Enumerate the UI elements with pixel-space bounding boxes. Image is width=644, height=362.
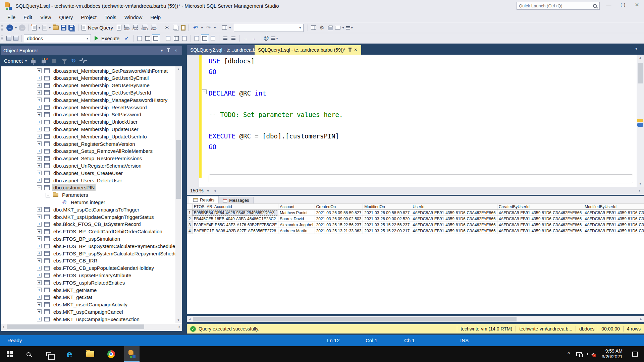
tree-item[interactable]: +dbo.MKT_uspUpdateCampaignTriggerStatus	[1, 213, 175, 221]
expand-icon[interactable]: +	[37, 251, 42, 256]
connect-icon[interactable]	[31, 60, 36, 63]
code-line[interactable]: GO	[209, 66, 216, 77]
menu-edit[interactable]: Edit	[19, 13, 36, 21]
expand-icon[interactable]: +	[37, 302, 42, 307]
new-query-button[interactable]: New Query	[80, 24, 116, 32]
oe-horizontal-scrollbar[interactable]: ◄ ►	[1, 324, 182, 330]
tree-item[interactable]: −Parameters	[1, 191, 175, 199]
tree-item[interactable]: +dbo.aspnet_Membership_UpdateUser	[1, 125, 175, 133]
tree-item[interactable]: +dbo.aspnet_Membership_GetPasswordWithFo…	[1, 67, 175, 74]
expand-icon[interactable]: +	[37, 76, 42, 80]
grid-column-header[interactable]: Account	[278, 204, 315, 210]
toolbar-overflow-button[interactable]: ▾	[345, 25, 355, 31]
grid-cell[interactable]: 4AFDC8A9-EB91-4359-81D6-C3A462FAE866	[583, 222, 644, 228]
expand-icon[interactable]: +	[37, 236, 42, 241]
menu-file[interactable]: File	[3, 13, 19, 21]
code-line[interactable]: USE [dbdocs]	[209, 56, 255, 66]
close-button[interactable]: ×	[630, 0, 644, 10]
decrease-indent-button[interactable]: ←	[242, 34, 250, 42]
pin-icon[interactable]	[350, 49, 351, 52]
include-client-statistics-button[interactable]	[172, 34, 180, 42]
tree-item[interactable]: +ebs.FTOS_BP_uspSystemCalculateRepayment…	[1, 250, 175, 257]
grid-column-header[interactable]: ModifiedByUserId	[583, 204, 644, 210]
expand-icon[interactable]: +	[37, 83, 42, 88]
cut-button[interactable]: ✂	[162, 23, 171, 32]
expand-icon[interactable]: +	[37, 317, 42, 321]
expand-icon[interactable]: +	[37, 222, 42, 227]
maximize-button[interactable]: ▢	[616, 0, 630, 10]
tree-item[interactable]: +ebs.MKT_uspCampaignExecuteAction	[1, 315, 175, 323]
tree-item[interactable]: +ebs.FTOS_BP_uspSimulation	[1, 235, 175, 242]
connect-database-button[interactable]	[5, 35, 12, 42]
start-button[interactable]	[2, 346, 17, 362]
grid-column-header[interactable]: CreatedOn	[315, 204, 363, 210]
expand-icon[interactable]: +	[37, 112, 42, 117]
expand-icon[interactable]: +	[37, 258, 42, 263]
tree-item[interactable]: +ebs.Block_FTOS_CB_IsSystemRecord	[1, 221, 175, 228]
tree-item[interactable]: +dbo.MKT_uspGetCampaignsToTrigger	[1, 206, 175, 213]
new-query-current-connection-button[interactable]	[116, 24, 122, 32]
grid-row-header[interactable]: 1	[187, 210, 193, 216]
new-xmla-query-button[interactable]: XMLA	[140, 24, 150, 31]
grid-cell[interactable]: 4AFDC8A9-EB91-4359-81D6-C3A462FAE866	[497, 216, 583, 222]
expand-icon[interactable]: +	[37, 207, 42, 212]
grid-column-header[interactable]: FTOS_AB_Accountid	[192, 204, 278, 210]
quick-launch-input[interactable]	[517, 3, 593, 8]
volume-muted-icon[interactable]: ×	[587, 346, 594, 362]
minimize-button[interactable]: —	[602, 0, 616, 10]
grid-cell[interactable]: 4AFDC8A9-EB91-4359-81D6-C3A462FAE866	[411, 210, 497, 216]
undo-button[interactable]: ↶	[191, 23, 200, 32]
pin-icon[interactable]	[168, 49, 169, 52]
close-icon[interactable]: ×	[172, 48, 179, 53]
tree-item[interactable]: +dbo.aspnet_Membership_UnlockUser	[1, 118, 175, 126]
expand-icon[interactable]: +	[37, 90, 42, 95]
grid-column-header[interactable]: CreatedByUserId	[497, 204, 583, 210]
grid-cell[interactable]: 4AFDC8A9-EB91-4359-81D6-C3A462FAE866	[411, 216, 497, 222]
grid-column-header[interactable]: ModifiedOn	[363, 204, 411, 210]
new-mdx-query-button[interactable]: MDX	[122, 24, 131, 31]
menu-window[interactable]: Window	[120, 13, 146, 21]
hscroll-left-icon[interactable]: ◄	[212, 189, 218, 192]
open-file-button[interactable]	[52, 24, 60, 31]
tab-results[interactable]: Results	[189, 196, 219, 203]
window-position-icon[interactable]: ▾	[158, 48, 165, 53]
grid-cell[interactable]: 2021-03-26 09:00:02.520	[363, 216, 411, 222]
grid-cell[interactable]: 2021-03-26 09:58:59.827	[363, 210, 411, 216]
tree-item[interactable]: +ebs.FTOS_BP_CreditCardDebitOrderCalcula…	[1, 228, 175, 235]
menu-help[interactable]: Help	[146, 13, 165, 21]
expand-icon[interactable]: +	[37, 156, 42, 161]
tree-item[interactable]: +dbo.aspnet_Membership_GetUserByName	[1, 82, 175, 89]
save-all-button[interactable]	[67, 24, 76, 32]
code-line[interactable]: -- TODO: Set parameter values here.	[209, 109, 343, 120]
grid-cell[interactable]: Alexandra Jogobel	[278, 222, 315, 228]
tree-item[interactable]: +ebs.MKT_uspCampaignCancel	[1, 308, 175, 315]
tree-item[interactable]: +dbo.aspnet_Membership_ManagePasswordHis…	[1, 96, 175, 104]
results-to-file-button[interactable]	[209, 34, 217, 42]
hscroll-right-icon[interactable]: ►	[636, 189, 644, 192]
results-hscroll-thumb[interactable]	[193, 317, 517, 321]
database-combobox[interactable]: dbdocs ▾	[24, 34, 91, 42]
grid-cell[interactable]: BAE8FC1E-8A08-492B-827E-AE6356FF2728	[192, 228, 278, 234]
feedback-button[interactable]	[334, 25, 341, 31]
back-dropdown-icon[interactable]: ▾	[14, 26, 18, 29]
sql-code-editor[interactable]: − USE [dbdocs]GODECLARE @RC int-- TODO: …	[187, 55, 637, 187]
disconnect-icon[interactable]: ×	[42, 60, 46, 63]
toolbar-overflow-button[interactable]: ▾	[270, 36, 280, 41]
expand-icon[interactable]: +	[37, 163, 42, 168]
grid-cell[interactable]: 2021-03-26 09:00:02.503	[315, 216, 363, 222]
taskbar-edge-button[interactable]: e	[62, 346, 77, 362]
oe-hscroll-thumb[interactable]	[7, 324, 144, 329]
close-tab-icon[interactable]: ×	[353, 47, 358, 53]
network-icon[interactable]	[576, 346, 582, 362]
connect-button[interactable]: Connect	[4, 58, 23, 64]
editor-vscroll-thumb[interactable]	[638, 63, 643, 83]
expand-icon[interactable]: +	[37, 273, 42, 278]
grid-cell[interactable]: 4AFDC8A9-EB91-4359-81D6-C3A462FAE866	[497, 228, 583, 234]
registered-servers-button[interactable]	[310, 24, 317, 31]
grid-cell[interactable]: Matthew Panini	[278, 210, 315, 216]
tree-item[interactable]: +dbo.aspnet_Membership_SetPassword	[1, 111, 175, 118]
grid-cell[interactable]: 4AFDC8A9-EB91-4359-81D6-C3A462FAE866	[411, 222, 497, 228]
expand-icon[interactable]: +	[37, 266, 42, 270]
stop-icon[interactable]	[52, 59, 56, 63]
tray-chevron-up-icon[interactable]: ^	[568, 346, 570, 362]
